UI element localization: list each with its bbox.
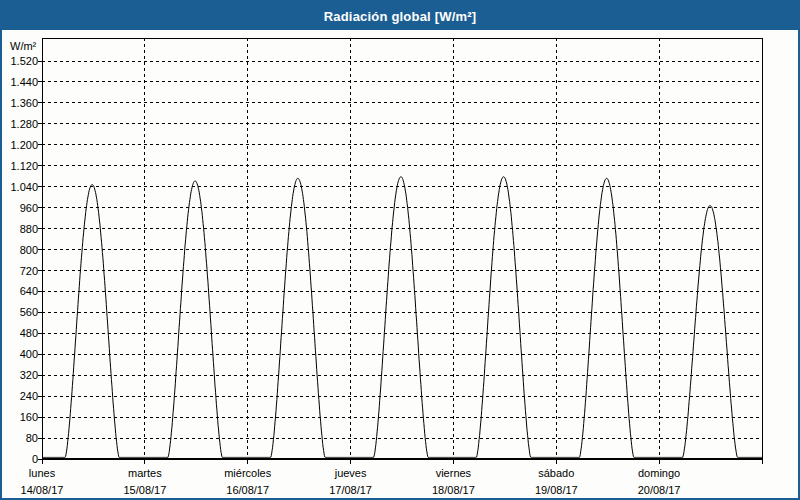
x-day-name-label: sábado [538,467,574,479]
chart-content-area: 0801602403204004805606407208008809601.04… [2,30,798,498]
y-tick-label: 1.040 [10,181,38,193]
window-title-bar: Radiación global [W/m²] [2,2,798,30]
y-tick-label: 800 [20,244,38,256]
y-tick-label: 1.200 [10,139,38,151]
y-tick-label: 480 [20,327,38,339]
x-date-label: 20/08/17 [638,484,681,496]
x-day-name-label: martes [128,467,162,479]
x-day-name-label: miércoles [224,467,272,479]
y-axis-unit-label: W/m² [10,40,37,52]
y-tick-label: 400 [20,348,38,360]
y-tick-label: 1.280 [10,118,38,130]
y-tick-label: 1.360 [10,97,38,109]
x-axis-labels: lunes14/08/17martes15/08/17miércoles16/0… [21,467,681,496]
y-tick-label: 240 [20,390,38,402]
y-tick-label: 80 [26,432,38,444]
x-day-name-label: domingo [638,467,680,479]
y-axis-labels: 0801602403204004805606407208008809601.04… [10,55,38,465]
x-day-name-label: viernes [436,467,472,479]
x-date-label: 17/08/17 [329,484,372,496]
radiation-series-line [42,177,762,458]
x-date-label: 15/08/17 [123,484,166,496]
radiation-line-chart: 0801602403204004805606407208008809601.04… [2,30,798,498]
axis-ticks [38,61,762,464]
y-tick-label: 1.120 [10,160,38,172]
y-tick-label: 960 [20,202,38,214]
radiation-chart-window: Radiación global [W/m²] 0801602403204004… [0,0,800,500]
x-day-name-label: lunes [29,467,56,479]
y-axis-unit: W/m² [10,40,37,52]
x-date-label: 14/08/17 [21,484,64,496]
radiation-curve [42,177,762,458]
y-tick-label: 0 [32,453,38,465]
y-tick-label: 1.520 [10,55,38,67]
x-date-label: 19/08/17 [535,484,578,496]
x-day-name-label: jueves [334,467,367,479]
y-tick-label: 640 [20,285,38,297]
y-tick-label: 1.440 [10,76,38,88]
y-gridlines [42,61,762,438]
x-date-label: 16/08/17 [226,484,269,496]
y-tick-label: 720 [20,265,38,277]
y-tick-label: 160 [20,411,38,423]
y-tick-label: 560 [20,306,38,318]
y-tick-label: 320 [20,369,38,381]
y-tick-label: 880 [20,223,38,235]
x-date-label: 18/08/17 [432,484,475,496]
window-title: Radiación global [W/m²] [324,9,477,24]
